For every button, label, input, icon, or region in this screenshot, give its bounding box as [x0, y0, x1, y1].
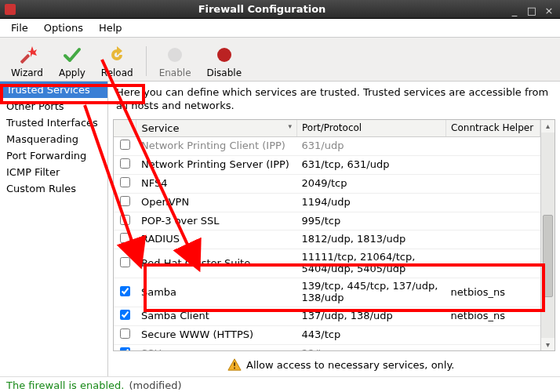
- sidebar-item-custom-rules[interactable]: Custom Rules: [0, 180, 107, 197]
- window-maximize-button[interactable]: □: [525, 5, 538, 14]
- main-panel: Here you can define which services are t…: [108, 82, 560, 376]
- service-name: Samba: [136, 278, 297, 307]
- reload-button[interactable]: Reload: [93, 42, 141, 80]
- sidebar-item-masquerading[interactable]: Masquerading: [0, 131, 107, 147]
- scroll-track[interactable]: [541, 132, 555, 338]
- table-row[interactable]: Samba139/tcp, 445/tcp, 137/udp, 138/udpn…: [114, 278, 540, 307]
- reload-label: Reload: [101, 67, 133, 78]
- scroll-up-arrow[interactable]: ▴: [541, 120, 555, 132]
- service-checkbox[interactable]: [120, 158, 130, 169]
- service-checkbox[interactable]: [120, 310, 130, 320]
- service-checkbox[interactable]: [120, 233, 130, 243]
- sidebar-item-other-ports[interactable]: Other Ports: [0, 98, 107, 114]
- wizard-label: Wizard: [11, 67, 43, 78]
- service-checkbox[interactable]: [120, 257, 130, 267]
- sidebar-item-icmp-filter[interactable]: ICMP Filter: [0, 164, 107, 180]
- sidebar: Trusted Services Other Ports Trusted Int…: [0, 82, 108, 376]
- service-helper: [446, 326, 540, 345]
- service-name: RADIUS: [136, 230, 297, 249]
- table-row[interactable]: Network Printing Server (IPP)631/tcp, 63…: [114, 155, 540, 174]
- reload-icon: [106, 44, 128, 66]
- circle-gray-icon: [164, 44, 186, 66]
- service-checkbox[interactable]: [120, 347, 130, 350]
- scroll-thumb[interactable]: [543, 215, 553, 297]
- service-checkbox[interactable]: [120, 286, 130, 296]
- service-checkbox[interactable]: [120, 196, 130, 206]
- warning-icon: [227, 358, 242, 372]
- service-helper: netbios_ns: [446, 307, 540, 326]
- sidebar-item-trusted-interfaces[interactable]: Trusted Interfaces: [0, 114, 107, 131]
- service-checkbox[interactable]: [120, 177, 130, 187]
- notice-bar: Allow access to necessary services, only…: [221, 354, 555, 375]
- svg-rect-5: [234, 362, 235, 366]
- service-port: 631/udp: [297, 136, 446, 155]
- scroll-down-arrow[interactable]: ▾: [541, 338, 555, 350]
- enable-button: Enable: [151, 42, 199, 80]
- app-icon: [5, 4, 16, 15]
- table-row[interactable]: OpenVPN1194/udp: [114, 193, 540, 212]
- row-checkbox-cell: [114, 307, 136, 326]
- service-name: Secure WWW (HTTPS): [136, 326, 297, 345]
- service-name: POP-3 over SSL: [136, 212, 297, 230]
- enable-label: Enable: [159, 67, 191, 78]
- window-title: Firewall Configuration: [20, 3, 504, 15]
- sidebar-item-port-forwarding[interactable]: Port Forwarding: [0, 147, 107, 164]
- panel-description: Here you can define which services are t…: [108, 82, 560, 119]
- svg-rect-0: [20, 53, 31, 64]
- service-port: 995/tcp: [297, 212, 446, 230]
- notice-text: Allow access to necessary services, only…: [246, 359, 454, 371]
- col-service[interactable]: Service▾: [136, 120, 297, 137]
- content-area: Trusted Services Other Ports Trusted Int…: [0, 82, 560, 376]
- menu-options[interactable]: Options: [36, 20, 91, 35]
- col-helper[interactable]: Conntrack Helper: [446, 120, 540, 137]
- disable-button[interactable]: Disable: [199, 42, 250, 80]
- svg-rect-6: [234, 368, 235, 369]
- col-check[interactable]: [114, 120, 136, 137]
- statusbar: The firewall is enabled. (modified): [0, 376, 560, 392]
- service-port: 631/tcp, 631/udp: [297, 155, 446, 174]
- service-port: 2049/tcp: [297, 174, 446, 193]
- menubar: File Options Help: [0, 19, 560, 38]
- sidebar-item-trusted-services[interactable]: Trusted Services: [0, 82, 107, 98]
- window-close-button[interactable]: ×: [543, 5, 555, 14]
- table-row[interactable]: Samba Client137/udp, 138/udpnetbios_ns: [114, 307, 540, 326]
- table-vertical-scrollbar[interactable]: ▴ ▾: [540, 120, 555, 350]
- service-port: 1812/udp, 1813/udp: [297, 230, 446, 249]
- service-checkbox[interactable]: [120, 328, 130, 339]
- service-name: Samba Client: [136, 307, 297, 326]
- service-checkbox[interactable]: [120, 140, 130, 150]
- service-helper: [446, 212, 540, 230]
- table-row[interactable]: Network Printing Client (IPP)631/udp: [114, 136, 540, 155]
- service-helper: [446, 193, 540, 212]
- table-row[interactable]: Secure WWW (HTTPS)443/tcp: [114, 326, 540, 345]
- checkmark-icon: [61, 44, 83, 66]
- table-row[interactable]: RADIUS1812/udp, 1813/udp: [114, 230, 540, 249]
- service-helper: [446, 136, 540, 155]
- svg-point-3: [217, 48, 231, 62]
- disable-label: Disable: [207, 67, 242, 78]
- service-helper: [446, 345, 540, 350]
- service-name: OpenVPN: [136, 193, 297, 212]
- service-helper: [446, 174, 540, 193]
- table-row[interactable]: POP-3 over SSL995/tcp: [114, 212, 540, 230]
- table-row[interactable]: SSH22/tcp: [114, 345, 540, 350]
- row-checkbox-cell: [114, 212, 136, 230]
- row-checkbox-cell: [114, 326, 136, 345]
- apply-button[interactable]: Apply: [51, 42, 93, 80]
- wizard-button[interactable]: Wizard: [3, 42, 51, 80]
- table-row[interactable]: Red Hat Cluster Suite11111/tcp, 21064/tc…: [114, 249, 540, 278]
- menu-file[interactable]: File: [3, 20, 36, 35]
- row-checkbox-cell: [114, 249, 136, 278]
- service-checkbox[interactable]: [120, 215, 130, 225]
- row-checkbox-cell: [114, 230, 136, 249]
- toolbar-separator: [146, 46, 147, 76]
- menu-help[interactable]: Help: [91, 20, 130, 35]
- service-name: NFS4: [136, 174, 297, 193]
- col-port[interactable]: Port/Protocol: [297, 120, 446, 137]
- row-checkbox-cell: [114, 193, 136, 212]
- window-minimize-button[interactable]: _: [508, 5, 521, 14]
- row-checkbox-cell: [114, 278, 136, 307]
- table-row[interactable]: NFS42049/tcp: [114, 174, 540, 193]
- circle-red-icon: [213, 44, 235, 66]
- row-checkbox-cell: [114, 174, 136, 193]
